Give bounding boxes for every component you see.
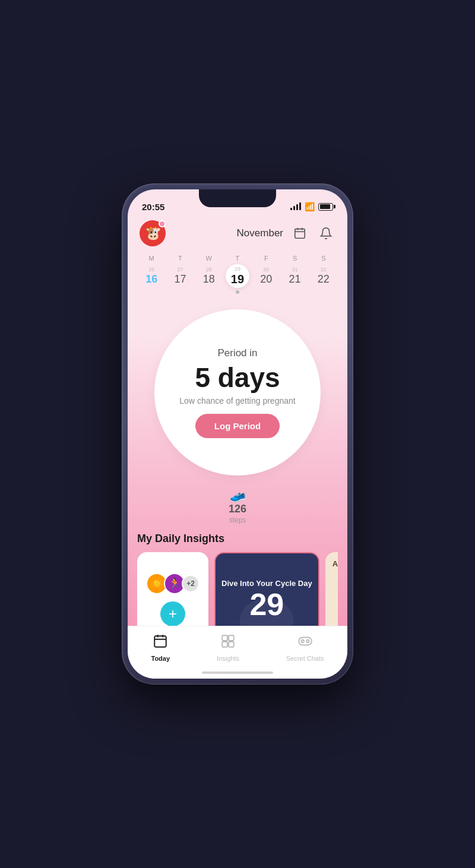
- day-label-tue: T: [168, 255, 192, 262]
- screen-content: 20:55 📶 🐮: [128, 189, 347, 679]
- steps-label: steps: [229, 516, 246, 524]
- svg-rect-13: [222, 635, 227, 641]
- phone-frame: 20:55 📶 🐮: [122, 183, 353, 685]
- period-label: Period in: [217, 347, 257, 359]
- svg-rect-0: [295, 229, 305, 239]
- article-title: Are Heavy Menstrual Bleeding Myths True?: [332, 559, 338, 569]
- day-cell-20[interactable]: 30 20: [254, 264, 278, 288]
- steps-count: 126: [229, 503, 246, 516]
- notch: [199, 189, 276, 207]
- nav-secret-chats[interactable]: Secret Chats: [286, 633, 324, 662]
- nav-today[interactable]: Today: [151, 633, 170, 662]
- signal-icon: [290, 203, 301, 210]
- insights-title: My Daily Insights: [137, 533, 338, 545]
- day-label-sun: S: [312, 255, 335, 262]
- nav-today-icon: [153, 633, 168, 652]
- logo-notification-dot: [159, 220, 166, 227]
- svg-rect-16: [229, 642, 234, 647]
- status-icons: 📶: [290, 202, 333, 211]
- calendar-icon[interactable]: [290, 224, 309, 243]
- day-label-mon: M: [140, 255, 163, 262]
- status-time: 20:55: [142, 202, 164, 212]
- month-label: November: [237, 227, 283, 239]
- day-labels: M T W T F S S: [137, 255, 338, 262]
- main-circle: Period in 5 days Low chance of getting p…: [154, 309, 321, 476]
- app-header: 🐮 November: [128, 216, 347, 252]
- calendar-dot-indicator: [137, 290, 338, 294]
- svg-rect-15: [222, 642, 227, 647]
- day-cell-22[interactable]: 32 22: [312, 264, 335, 288]
- svg-point-18: [301, 640, 303, 642]
- steps-container: 👟 126 steps: [128, 481, 347, 528]
- log-period-button[interactable]: Log Period: [195, 414, 280, 438]
- log-icons-row: ☀️ 🏃 +2: [146, 573, 200, 594]
- wifi-icon: 📶: [305, 202, 315, 211]
- battery-icon: [318, 203, 333, 211]
- steps-icon: 👟: [230, 487, 246, 503]
- day-cell-17[interactable]: 27 17: [168, 264, 192, 288]
- nav-secret-chats-icon: [297, 633, 313, 652]
- app-logo[interactable]: 🐮: [140, 220, 166, 246]
- nav-insights-label: Insights: [217, 655, 239, 662]
- day-label-wed: W: [197, 255, 221, 262]
- nav-today-label: Today: [151, 655, 170, 662]
- day-label-thu: T: [226, 255, 249, 262]
- cycle-day-number: 29: [249, 589, 284, 620]
- day-cell-18[interactable]: 28 18: [197, 264, 221, 288]
- day-cell-16[interactable]: 26 16: [140, 264, 163, 288]
- period-subtitle: Low chance of getting pregnant: [167, 396, 307, 406]
- day-label-fri: F: [254, 255, 278, 262]
- svg-point-19: [306, 640, 309, 642]
- log-count-badge: +2: [182, 575, 200, 593]
- nav-insights[interactable]: Insights: [217, 633, 239, 662]
- day-cell-19[interactable]: 29 19: [226, 264, 249, 288]
- day-label-sat: S: [283, 255, 307, 262]
- main-circle-container: Period in 5 days Low chance of getting p…: [128, 300, 347, 481]
- calendar-week: M T W T F S S 26 16 27 17: [128, 252, 347, 300]
- bell-icon[interactable]: [316, 224, 335, 243]
- day-numbers-row: 26 16 27 17 28 18 29 19: [137, 264, 338, 288]
- day-cell-21[interactable]: 31 21: [283, 264, 307, 288]
- home-indicator: [202, 671, 273, 674]
- header-right: November: [237, 224, 335, 243]
- svg-rect-9: [155, 636, 167, 647]
- svg-rect-17: [299, 638, 312, 645]
- bottom-nav: Today Insights: [128, 626, 347, 679]
- add-log-button[interactable]: +: [160, 601, 185, 626]
- svg-rect-14: [229, 635, 234, 641]
- phone-screen: 20:55 📶 🐮: [128, 189, 347, 679]
- nav-insights-icon: [220, 633, 236, 652]
- period-days: 5 days: [195, 364, 280, 391]
- nav-secret-chats-label: Secret Chats: [286, 655, 324, 662]
